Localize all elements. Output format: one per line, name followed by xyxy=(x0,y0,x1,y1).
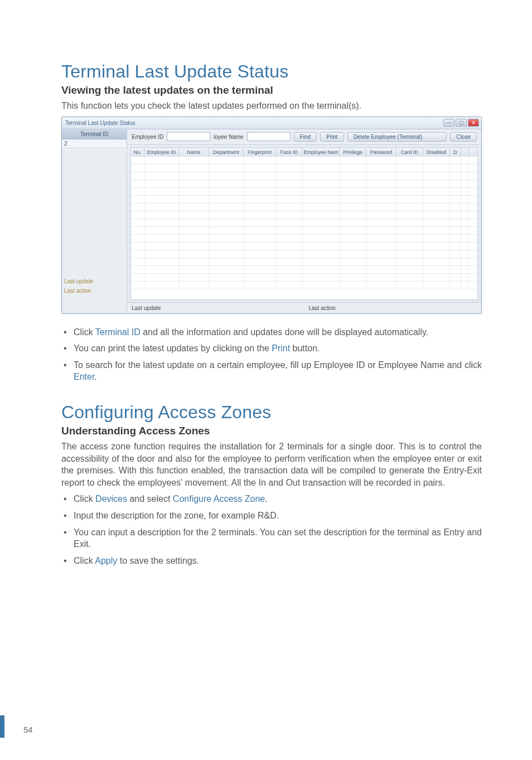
col-dept[interactable]: Department xyxy=(209,148,244,157)
close-window-button[interactable]: X xyxy=(468,119,479,127)
link-terminal-id: Terminal ID xyxy=(95,327,141,337)
minimize-button[interactable]: — xyxy=(443,119,454,127)
window-controls: — ▢ X xyxy=(443,119,479,127)
maximize-button[interactable]: ▢ xyxy=(456,119,467,127)
section-title-2: Configuring Access Zones xyxy=(61,402,482,423)
footer-bar: Last update Last action xyxy=(127,302,481,313)
label-employee-name: loyee Name xyxy=(214,134,243,140)
sidebar: Terminal ID 2 Last update Last action xyxy=(62,129,127,313)
sidebar-last-update[interactable]: Last update xyxy=(62,277,127,286)
section-intro-1: This function lets you check the latest … xyxy=(61,100,482,112)
col-password[interactable]: Password xyxy=(366,148,396,157)
section-body-2: The access zone function requires the in… xyxy=(61,440,482,488)
employee-id-input[interactable] xyxy=(167,132,210,141)
col-empname[interactable]: Employee Nam xyxy=(303,148,340,157)
window-title: Terminal Last Update Status xyxy=(65,120,136,126)
label-employee-id: Employee ID xyxy=(132,134,163,140)
find-button[interactable]: Find xyxy=(294,132,317,142)
close-button[interactable]: Close xyxy=(450,132,477,142)
col-faceid[interactable]: Face ID xyxy=(276,148,303,157)
footer-last-action: Last action xyxy=(304,303,482,313)
list-item: You can input a description for the 2 te… xyxy=(61,526,482,550)
col-name[interactable]: Name xyxy=(179,148,209,157)
section-title-1: Terminal Last Update Status xyxy=(61,61,482,82)
link-apply: Apply xyxy=(95,556,117,565)
grid-body xyxy=(131,157,477,299)
titlebar: Terminal Last Update Status — ▢ X xyxy=(62,117,481,129)
col-d[interactable]: D xyxy=(450,148,461,157)
col-cardid[interactable]: Card ID xyxy=(396,148,423,157)
col-disabled[interactable]: Disabled xyxy=(423,148,450,157)
sidebar-header: Terminal ID xyxy=(62,129,127,139)
data-grid: No. Employee ID Name Department Fingerpr… xyxy=(130,147,478,300)
list-item: Click Devices and select Configure Acces… xyxy=(61,493,482,505)
section-subtitle-1: Viewing the latest updates on the termin… xyxy=(61,84,482,96)
employee-name-input[interactable] xyxy=(247,132,291,141)
col-privilege[interactable]: Privilege xyxy=(340,148,366,157)
link-devices: Devices xyxy=(95,494,127,504)
col-no[interactable]: No. xyxy=(131,148,144,157)
page-edge-tab xyxy=(0,715,4,738)
link-enter: Enter xyxy=(74,372,94,381)
col-scroll[interactable] xyxy=(461,148,469,157)
list-item: You can print the latest updates by clic… xyxy=(61,342,482,355)
instruction-list-2: Click Devices and select Configure Acces… xyxy=(61,493,482,567)
app-window: Terminal Last Update Status — ▢ X Termin… xyxy=(61,117,482,314)
grid-header-row: No. Employee ID Name Department Fingerpr… xyxy=(131,148,477,157)
list-item: Click Apply to save the settings. xyxy=(61,555,482,567)
list-item: To search for the latest update on a cer… xyxy=(61,359,482,383)
col-fingerprint[interactable]: Fingerprint xyxy=(244,148,276,157)
page-number: 54 xyxy=(23,725,33,734)
link-configure-access-zone: Configure Access Zone xyxy=(173,494,265,504)
list-item: Input the description for the zone, for … xyxy=(61,510,482,522)
sidebar-item-terminal[interactable]: 2 xyxy=(62,139,127,148)
toolbar: Employee ID loyee Name Find Print Delete… xyxy=(127,129,481,145)
delete-employee-button[interactable]: Delete Employee (Terminal) xyxy=(347,132,447,142)
footer-last-update: Last update xyxy=(127,303,304,313)
col-empid[interactable]: Employee ID xyxy=(144,148,179,157)
print-button[interactable]: Print xyxy=(320,132,344,142)
link-print: Print xyxy=(272,343,290,353)
sidebar-last-action[interactable]: Last action xyxy=(62,286,127,296)
list-item: Click Terminal ID and all the informatio… xyxy=(61,326,482,338)
instruction-list-1: Click Terminal ID and all the informatio… xyxy=(61,326,482,383)
section-subtitle-2: Understanding Access Zones xyxy=(61,425,482,437)
